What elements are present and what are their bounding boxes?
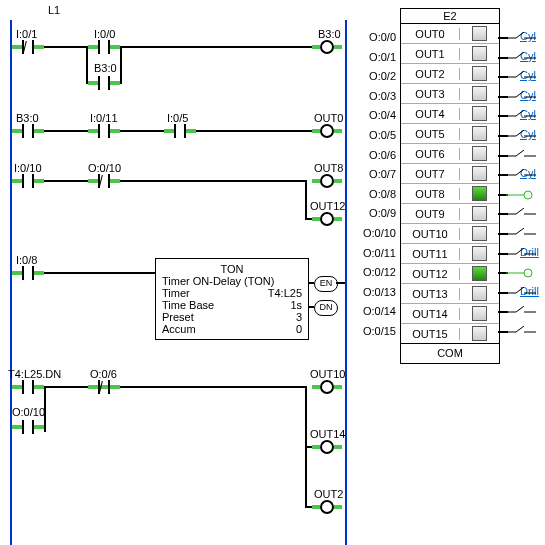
output-led-cell bbox=[460, 46, 498, 61]
output-address: O:0/14 bbox=[352, 305, 396, 317]
led-indicator bbox=[472, 166, 487, 181]
output-row: OUT15 bbox=[401, 324, 499, 343]
r1-branch-contact bbox=[88, 76, 120, 90]
ton-l2: Time Base bbox=[162, 299, 214, 311]
r3-c1-label: I:0/10 bbox=[14, 162, 42, 174]
svg-line-33 bbox=[516, 248, 524, 254]
r3-contact-1 bbox=[12, 174, 44, 188]
wire bbox=[336, 282, 345, 284]
output-led-cell bbox=[460, 106, 498, 121]
no-contact-symbol bbox=[506, 189, 536, 201]
svg-line-30 bbox=[516, 228, 524, 234]
r3-coil-1 bbox=[312, 174, 342, 188]
svg-line-4 bbox=[516, 52, 524, 58]
led-indicator bbox=[472, 86, 487, 101]
com-label: COM bbox=[401, 343, 499, 363]
output-address: O:0/5 bbox=[352, 129, 396, 141]
wire bbox=[44, 386, 88, 388]
r5-out3-label: OUT2 bbox=[314, 488, 343, 500]
output-led-cell bbox=[460, 166, 498, 181]
nc-contact-symbol bbox=[506, 52, 536, 64]
wire bbox=[120, 386, 305, 388]
svg-line-44 bbox=[516, 326, 524, 332]
ton-l1: Timer bbox=[162, 287, 190, 299]
r2-c2-label: I:0/11 bbox=[90, 112, 118, 124]
nc-contact-symbol bbox=[506, 228, 536, 240]
r5-contact-1 bbox=[12, 380, 44, 394]
r1-contact-1: / bbox=[12, 40, 44, 54]
r2-coil bbox=[312, 124, 342, 138]
led-indicator bbox=[472, 106, 487, 121]
r3-c2-label: O:0/10 bbox=[88, 162, 121, 174]
output-name: OUT15 bbox=[401, 328, 460, 340]
output-address: O:0/10 bbox=[352, 227, 396, 239]
output-led-cell bbox=[460, 306, 498, 321]
led-indicator bbox=[472, 246, 487, 261]
nc-contact-symbol bbox=[506, 248, 536, 260]
led-indicator bbox=[472, 26, 487, 41]
led-indicator bbox=[472, 266, 487, 281]
r1-contact-2 bbox=[88, 40, 120, 54]
output-address: O:0/7 bbox=[352, 168, 396, 180]
output-led-cell bbox=[460, 126, 498, 141]
output-led-cell bbox=[460, 226, 498, 241]
nc-contact-symbol bbox=[506, 306, 536, 318]
ton-v1: T4:L25 bbox=[268, 287, 302, 299]
output-led-cell bbox=[460, 66, 498, 81]
output-led-cell bbox=[460, 326, 498, 341]
output-led-cell bbox=[460, 246, 498, 261]
ton-v2: 1s bbox=[290, 299, 302, 311]
output-row: OUT9 bbox=[401, 204, 499, 224]
output-row: OUT0 bbox=[401, 24, 499, 44]
output-row: OUT7 bbox=[401, 164, 499, 184]
nc-contact-symbol bbox=[506, 130, 536, 142]
r5-coil-2 bbox=[312, 440, 342, 454]
ton-instruction: TON Timer ON-Delay (TON) TimerT4:L25 Tim… bbox=[155, 258, 309, 340]
svg-line-16 bbox=[516, 130, 524, 136]
output-row: OUT1 bbox=[401, 44, 499, 64]
nc-contact-symbol bbox=[506, 110, 536, 122]
nc-contact-symbol bbox=[506, 287, 536, 299]
wire bbox=[120, 180, 305, 182]
output-row: OUT10 bbox=[401, 224, 499, 244]
r4-c1-label: I:0/8 bbox=[16, 254, 37, 266]
svg-line-13 bbox=[516, 110, 524, 116]
nc-contact-symbol bbox=[506, 150, 536, 162]
nc-contact-symbol bbox=[506, 326, 536, 338]
r3-out2-label: OUT12 bbox=[310, 200, 345, 212]
r2-out-label: OUT0 bbox=[314, 112, 343, 124]
svg-point-35 bbox=[524, 269, 532, 277]
wire bbox=[305, 180, 307, 220]
ton-header: TON bbox=[162, 263, 302, 275]
ton-type: Timer ON-Delay (TON) bbox=[162, 275, 302, 287]
output-row: OUT11 bbox=[401, 244, 499, 264]
output-name: OUT11 bbox=[401, 248, 460, 260]
r5-branch-contact bbox=[12, 420, 44, 434]
wire bbox=[44, 46, 88, 48]
output-row: OUT14 bbox=[401, 304, 499, 324]
module-title: E2 bbox=[401, 9, 499, 24]
output-led-cell bbox=[460, 186, 498, 201]
svg-line-41 bbox=[516, 306, 524, 312]
wire bbox=[120, 46, 122, 84]
output-address: O:0/0 bbox=[352, 31, 396, 43]
output-row: OUT12 bbox=[401, 264, 499, 284]
output-address: O:0/11 bbox=[352, 247, 396, 259]
led-indicator bbox=[472, 146, 487, 161]
wire bbox=[44, 272, 155, 274]
svg-point-24 bbox=[524, 191, 532, 199]
r1-coil bbox=[312, 40, 342, 54]
dn-bubble: DN bbox=[314, 300, 338, 316]
svg-line-38 bbox=[516, 287, 524, 293]
output-name: OUT6 bbox=[401, 148, 460, 160]
svg-line-27 bbox=[516, 208, 524, 214]
output-name: OUT7 bbox=[401, 168, 460, 180]
output-address: O:0/13 bbox=[352, 286, 396, 298]
output-name: OUT8 bbox=[401, 188, 460, 200]
led-indicator bbox=[472, 306, 487, 321]
output-address: O:0/15 bbox=[352, 325, 396, 337]
output-row: OUT5 bbox=[401, 124, 499, 144]
r2-c1-label: B3:0 bbox=[16, 112, 39, 124]
ladder-title: L1 bbox=[48, 4, 60, 16]
output-address: O:0/12 bbox=[352, 266, 396, 278]
